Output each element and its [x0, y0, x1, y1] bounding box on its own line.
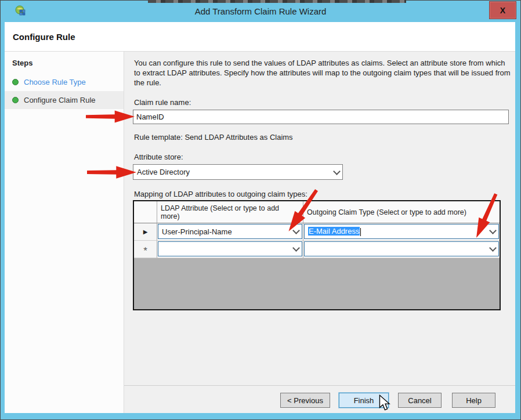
ldap-attribute-column-header: LDAP Attribute (Select or type to add mo… — [157, 201, 303, 223]
rule-description-text: You can configure this rule to send the … — [134, 58, 511, 88]
table-empty-area — [134, 258, 500, 309]
text-caret — [360, 228, 361, 236]
steps-sidebar: Steps Choose Rule Type Configure Claim R… — [5, 52, 124, 413]
main-panel: You can configure this rule to send the … — [124, 52, 515, 413]
mapping-table: LDAP Attribute (Select or type to add mo… — [133, 200, 501, 310]
outgoing-claim-type-column-header: Outgoing Claim Type (Select or type to a… — [303, 201, 500, 223]
row-selector-header-cell — [134, 201, 157, 223]
step-complete-dot-icon — [12, 97, 19, 103]
help-button[interactable]: Help — [452, 393, 495, 408]
chevron-down-icon — [331, 171, 342, 174]
claim-rule-name-label: Claim rule name: — [134, 98, 191, 107]
window-title: Add Transform Claim Rule Wizard — [0, 6, 521, 16]
chevron-down-icon — [487, 247, 498, 251]
ldap-attribute-combo-row1[interactable]: User-Principal-Name — [158, 224, 302, 239]
chevron-down-icon — [487, 230, 498, 233]
cancel-button[interactable]: Cancel — [398, 393, 442, 408]
chevron-down-icon — [290, 247, 302, 251]
attribute-store-combo[interactable]: Active Directory — [133, 164, 343, 180]
page-header: Configure Rule — [5, 22, 515, 52]
mapping-label: Mapping of LDAP attributes to outgoing c… — [134, 190, 307, 198]
ldap-attribute-combo-row2[interactable] — [158, 241, 302, 256]
table-cell — [157, 241, 303, 258]
adfs-wizard-window: Add Transform Claim Rule Wizard X Config… — [0, 0, 521, 420]
finish-button[interactable]: Finish — [339, 393, 389, 408]
table-cell — [303, 241, 500, 258]
row-selector-cell[interactable]: * — [134, 241, 157, 258]
table-cell: User-Principal-Name — [157, 223, 303, 241]
attribute-store-label: Attribute store: — [134, 153, 183, 161]
table-cell: E-Mail Address — [303, 223, 500, 241]
outgoing-claim-type-combo-row1[interactable]: E-Mail Address — [304, 224, 499, 239]
footer-separator — [124, 385, 515, 386]
rule-template-text: Rule template: Send LDAP Attributes as C… — [134, 133, 293, 142]
attribute-store-value: Active Directory — [133, 168, 331, 176]
chevron-down-icon — [290, 230, 302, 233]
outgoing-claim-type-combo-row2[interactable] — [304, 241, 499, 256]
claim-rule-name-input[interactable] — [133, 110, 509, 124]
ldap-attribute-value: User-Principal-Name — [158, 227, 290, 236]
adfs-app-icon — [15, 5, 27, 17]
steps-heading: Steps — [5, 52, 124, 73]
step-complete-dot-icon — [12, 79, 19, 85]
row-selector-cell[interactable]: ▶ — [134, 223, 157, 241]
page-title: Configure Rule — [13, 32, 75, 42]
sidebar-item-choose-rule-type[interactable]: Choose Rule Type — [5, 73, 124, 91]
previous-button[interactable]: < Previous — [280, 393, 330, 408]
dialog-body: Configure Rule Steps Choose Rule Type Co… — [5, 22, 515, 413]
current-row-marker-icon: ▶ — [143, 229, 148, 235]
close-button[interactable]: X — [489, 1, 516, 19]
titlebar: Add Transform Claim Rule Wizard X — [0, 0, 521, 22]
selected-text: E-Mail Address — [308, 227, 360, 236]
sidebar-item-label: Choose Rule Type — [24, 78, 86, 86]
outgoing-claim-type-value: E-Mail Address — [305, 227, 487, 236]
sidebar-item-configure-claim-rule[interactable]: Configure Claim Rule — [5, 91, 124, 109]
sidebar-item-label: Configure Claim Rule — [24, 96, 96, 104]
new-row-marker-icon: * — [143, 248, 147, 254]
